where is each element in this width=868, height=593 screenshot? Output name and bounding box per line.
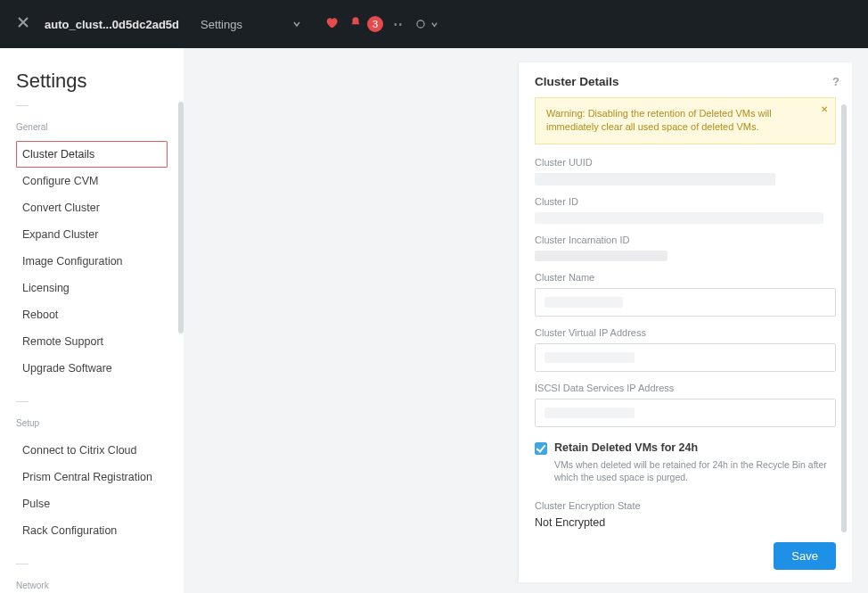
panel-footer: Save: [519, 533, 852, 582]
section-label-setup: Setup: [16, 418, 168, 428]
divider: [16, 401, 29, 402]
gear-dropdown[interactable]: [414, 18, 438, 30]
value-cluster-uuid: [535, 173, 775, 185]
label-iscsi-ip: ISCSI Data Services IP Address: [535, 383, 836, 393]
content-area: Cluster Details ? Warning: Disabling the…: [184, 48, 868, 593]
retain-vms-label: Retain Deleted VMs for 24h: [554, 441, 698, 454]
sidebar-item-configure-cvm[interactable]: Configure CVM: [16, 168, 168, 194]
retain-vms-checkbox[interactable]: [535, 442, 547, 455]
label-encryption-state: Cluster Encryption State: [535, 500, 836, 511]
value-cluster-id: [535, 212, 823, 224]
help-icon[interactable]: ?: [832, 75, 839, 88]
topbar-icon-group: 3 ••: [324, 15, 438, 33]
label-incarnation-id: Cluster Incarnation ID: [535, 235, 836, 245]
more-dots-icon[interactable]: ••: [394, 20, 404, 29]
value-incarnation-id: [535, 251, 667, 261]
top-bar: auto_clust...0d5dc2ad5d Settings 3 ••: [0, 0, 868, 48]
panel-header: Cluster Details ?: [519, 62, 852, 97]
section-label-general: General: [16, 122, 168, 132]
divider: [16, 105, 29, 106]
section-label-network: Network: [16, 581, 168, 590]
divider: [16, 564, 29, 564]
sidebar-item-rack-config[interactable]: Rack Configuration: [16, 517, 168, 544]
panel-title: Cluster Details: [535, 75, 619, 88]
sidebar-item-convert-cluster[interactable]: Convert Cluster: [16, 194, 168, 221]
retain-vms-row: Retain Deleted VMs for 24h: [535, 441, 836, 455]
input-iscsi-ip[interactable]: [535, 399, 836, 427]
sidebar-item-upgrade-software[interactable]: Upgrade Software: [16, 355, 168, 382]
sidebar-item-reboot[interactable]: Reboot: [16, 301, 168, 328]
retain-vms-description: VMs when deleted will be retained for 24…: [554, 458, 836, 484]
panel-body: Warning: Disabling the retention of Dele…: [519, 97, 852, 533]
input-cluster-name[interactable]: [535, 288, 836, 317]
nav-list-general: Cluster Details Configure CVM Convert Cl…: [16, 141, 168, 382]
warning-text: Warning: Disabling the retention of Dele…: [546, 108, 772, 132]
bell-icon[interactable]: [349, 16, 362, 32]
input-virtual-ip[interactable]: [535, 343, 836, 372]
panel-scrollbar[interactable]: [841, 104, 847, 532]
sidebar-item-expand-cluster[interactable]: Expand Cluster: [16, 221, 168, 248]
label-virtual-ip: Cluster Virtual IP Address: [535, 327, 836, 338]
warning-close-icon[interactable]: ✕: [821, 103, 828, 116]
cluster-name-crumb[interactable]: auto_clust...0d5dc2ad5d: [45, 18, 179, 31]
svg-point-0: [417, 21, 424, 28]
label-cluster-name: Cluster Name: [535, 272, 836, 283]
sidebar-item-licensing[interactable]: Licensing: [16, 275, 168, 301]
nav-list-setup: Connect to Citrix Cloud Prism Central Re…: [16, 437, 168, 544]
sidebar-item-remote-support[interactable]: Remote Support: [16, 328, 168, 355]
sidebar-item-image-configuration[interactable]: Image Configuration: [16, 248, 168, 275]
page-title: Settings: [16, 70, 168, 93]
heart-icon[interactable]: [324, 15, 339, 33]
alert-count-badge[interactable]: 3: [367, 16, 383, 32]
close-icon[interactable]: [16, 15, 30, 33]
cluster-details-panel: Cluster Details ? Warning: Disabling the…: [519, 62, 852, 582]
sidebar-item-pulse[interactable]: Pulse: [16, 490, 168, 517]
label-cluster-uuid: Cluster UUID: [535, 157, 836, 168]
sidebar-item-connect-citrix[interactable]: Connect to Citrix Cloud: [16, 437, 168, 464]
chevron-down-icon[interactable]: [292, 16, 301, 32]
value-encryption-state: Not Encrypted: [535, 516, 836, 529]
warning-banner: Warning: Disabling the retention of Dele…: [535, 97, 836, 144]
sidebar-item-prism-central[interactable]: Prism Central Registration: [16, 464, 168, 490]
sidebar-item-cluster-details[interactable]: Cluster Details: [16, 141, 168, 168]
label-cluster-id: Cluster ID: [535, 196, 836, 207]
save-button[interactable]: Save: [774, 542, 836, 570]
breadcrumb-settings[interactable]: Settings: [201, 18, 242, 31]
settings-sidebar: Settings General Cluster Details Configu…: [0, 48, 184, 593]
